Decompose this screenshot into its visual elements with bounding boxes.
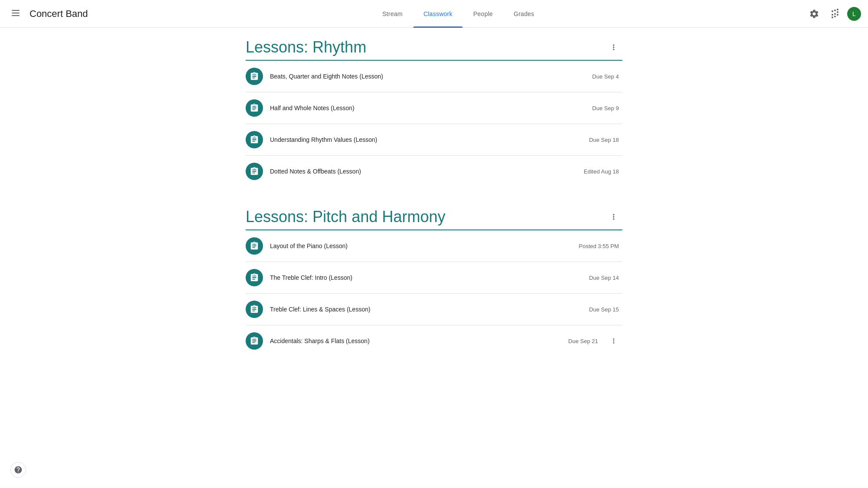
assignment-icon [250, 167, 259, 176]
assignment-due: Due Sep 15 [589, 306, 619, 313]
assignment-right: Due Sep 15 [589, 306, 622, 313]
menu-button[interactable] [7, 5, 24, 23]
assignment-icon [250, 241, 259, 251]
lesson-icon-circle [246, 269, 263, 286]
assignment-left: Layout of the Piano (Lesson) [246, 237, 348, 255]
hamburger-icon [12, 10, 20, 17]
header-left: Concert Band [7, 5, 111, 23]
assignment-due: Due Sep 14 [589, 275, 619, 281]
assignment-left: Dotted Notes & Offbeats (Lesson) [246, 163, 361, 180]
svg-rect-0 [12, 10, 20, 11]
section-rhythm-more-button[interactable] [605, 39, 622, 56]
main-content: Lessons: Rhythm Beats, Quarter and Eight… [239, 28, 629, 395]
assignment-item[interactable]: Half and Whole Notes (Lesson) Due Sep 9 [246, 92, 622, 124]
assignment-item[interactable]: Understanding Rhythm Values (Lesson) Due… [246, 124, 622, 156]
assignment-due: Due Sep 4 [592, 73, 619, 80]
assignment-due: Due Sep 18 [589, 137, 619, 143]
grid-icon [830, 9, 840, 19]
assignment-right: Due Sep 21 [568, 332, 622, 350]
assignment-icon [250, 305, 259, 314]
assignment-name: Layout of the Piano (Lesson) [270, 242, 348, 249]
lesson-icon-circle [246, 301, 263, 318]
assignment-left: Half and Whole Notes (Lesson) [246, 99, 355, 117]
assignment-name: The Treble Clef: Intro (Lesson) [270, 274, 352, 281]
section-pitch-harmony: Lessons: Pitch and Harmony Layout of the… [246, 208, 622, 357]
assignment-right: Due Sep 14 [589, 275, 622, 281]
section-rhythm-header: Lessons: Rhythm [246, 38, 622, 60]
tab-stream[interactable]: Stream [372, 0, 413, 28]
svg-rect-2 [12, 15, 20, 16]
assignment-name: Beats, Quarter and Eighth Notes (Lesson) [270, 73, 383, 80]
tab-grades[interactable]: Grades [503, 0, 545, 28]
lesson-icon-circle [246, 131, 263, 148]
assignment-item[interactable]: Dotted Notes & Offbeats (Lesson) Edited … [246, 156, 622, 187]
assignment-due: Posted 3:55 PM [579, 243, 619, 249]
tab-classwork[interactable]: Classwork [413, 0, 463, 28]
assignment-item[interactable]: Accidentals: Sharps & Flats (Lesson) Due… [246, 325, 622, 357]
section-rhythm-title: Lessons: Rhythm [246, 38, 366, 56]
lesson-icon-circle [246, 99, 263, 117]
assignment-right: Due Sep 9 [592, 105, 622, 111]
avatar[interactable]: L [847, 7, 861, 21]
assignment-icon [250, 336, 259, 346]
assignment-left: Treble Clef: Lines & Spaces (Lesson) [246, 301, 370, 318]
assignment-left: The Treble Clef: Intro (Lesson) [246, 269, 352, 286]
assignment-icon [250, 135, 259, 144]
assignment-right: Posted 3:55 PM [579, 243, 623, 249]
svg-rect-1 [12, 13, 20, 13]
gear-icon [809, 9, 819, 19]
assignment-due: Due Sep 21 [568, 338, 598, 344]
assignment-name: Accidentals: Sharps & Flats (Lesson) [270, 337, 370, 344]
assignment-item[interactable]: Treble Clef: Lines & Spaces (Lesson) Due… [246, 294, 622, 325]
app-title: Concert Band [30, 8, 88, 20]
main-nav: Stream Classwork People Grades [111, 0, 806, 28]
assignment-name: Treble Clef: Lines & Spaces (Lesson) [270, 306, 370, 313]
app-header: Concert Band Stream Classwork People Gra… [0, 0, 868, 28]
apps-button[interactable] [826, 5, 844, 23]
assignment-item[interactable]: Layout of the Piano (Lesson) Posted 3:55… [246, 230, 622, 262]
more-vert-icon [609, 213, 618, 221]
lesson-icon-circle [246, 237, 263, 255]
assignment-right: Due Sep 18 [589, 137, 622, 143]
lesson-icon-circle [246, 163, 263, 180]
section-pitch-harmony-more-button[interactable] [605, 208, 622, 226]
more-vert-icon [610, 337, 618, 345]
assignment-name: Understanding Rhythm Values (Lesson) [270, 136, 377, 143]
assignment-name: Dotted Notes & Offbeats (Lesson) [270, 168, 361, 175]
rhythm-assignment-list: Beats, Quarter and Eighth Notes (Lesson)… [246, 61, 622, 187]
settings-button[interactable] [806, 5, 823, 23]
assignment-due: Due Sep 9 [592, 105, 619, 111]
tab-people[interactable]: People [463, 0, 503, 28]
lesson-icon-circle [246, 68, 263, 85]
assignment-due: Edited Aug 18 [584, 168, 619, 175]
lesson-icon-circle [246, 332, 263, 350]
assignment-more-button[interactable] [605, 332, 622, 350]
assignment-right: Edited Aug 18 [584, 168, 622, 175]
header-right: L [806, 5, 861, 23]
section-pitch-harmony-header: Lessons: Pitch and Harmony [246, 208, 622, 229]
pitch-harmony-assignment-list: Layout of the Piano (Lesson) Posted 3:55… [246, 230, 622, 357]
assignment-right: Due Sep 4 [592, 73, 622, 80]
section-rhythm: Lessons: Rhythm Beats, Quarter and Eight… [246, 38, 622, 187]
assignment-item[interactable]: Beats, Quarter and Eighth Notes (Lesson)… [246, 61, 622, 92]
more-vert-icon [609, 43, 618, 52]
assignment-name: Half and Whole Notes (Lesson) [270, 105, 355, 111]
assignment-left: Accidentals: Sharps & Flats (Lesson) [246, 332, 370, 350]
assignment-icon [250, 103, 259, 113]
assignment-left: Understanding Rhythm Values (Lesson) [246, 131, 377, 148]
section-pitch-harmony-title: Lessons: Pitch and Harmony [246, 208, 445, 226]
assignment-left: Beats, Quarter and Eighth Notes (Lesson) [246, 68, 383, 85]
assignment-icon [250, 72, 259, 81]
assignment-item[interactable]: The Treble Clef: Intro (Lesson) Due Sep … [246, 262, 622, 294]
assignment-icon [250, 273, 259, 282]
